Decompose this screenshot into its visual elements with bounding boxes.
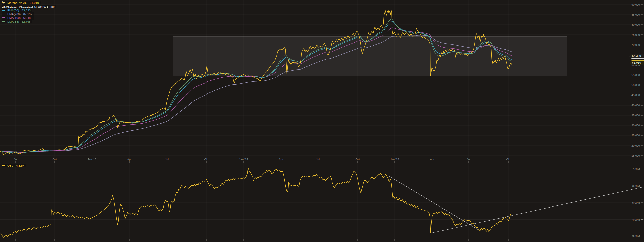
descending-trendline[interactable] xyxy=(389,176,479,230)
price-y-axis-label: 20,000 xyxy=(625,144,640,147)
chart-application: MorphoSys AG 61,010 25.05.2012 - 08.10.2… xyxy=(0,0,644,242)
last-price-tag-text: 61,010 xyxy=(632,61,641,64)
legend-row-date-range[interactable]: 25.05.2012 - 08.10.2015 (3 Jahre, 1 Tag) xyxy=(2,5,56,8)
last-price-tag: 61,010 xyxy=(629,60,644,65)
legend-row-obv[interactable]: OBV 4,32M xyxy=(2,164,26,167)
x-axis-label: Okt xyxy=(506,158,510,161)
price-y-axis-label: 15,000 xyxy=(625,154,640,157)
obv-panel-legend: OBV 4,32M xyxy=(2,164,26,167)
hline-price-tag-text: 64,339 xyxy=(632,54,641,57)
x-axis-label: Jul xyxy=(316,158,320,161)
price-y-axis-label: 25,000 xyxy=(625,134,640,137)
x-axis-label: Jul xyxy=(165,158,169,161)
ema200-series-marker-icon xyxy=(2,14,5,14)
x-axis-label: Jul xyxy=(14,158,17,161)
price-y-axis-label: 45,000 xyxy=(625,94,640,97)
obv-panel[interactable] xyxy=(0,168,644,238)
price-y-axis-label: 75,000 xyxy=(625,33,640,36)
hline-price-tag: 64,339 xyxy=(629,54,644,59)
obv-value: 4,32M xyxy=(16,164,24,167)
ema38-series-marker-icon xyxy=(2,21,5,22)
x-axis-label: Apr xyxy=(127,158,131,161)
gridlines xyxy=(0,0,644,239)
obv-series-marker-icon xyxy=(2,165,5,166)
legend-row-ema200[interactable]: EMA(200) 67,197 xyxy=(2,12,34,16)
ema50-series-marker-icon xyxy=(2,10,5,11)
price-y-axis-label: 80,000 xyxy=(625,23,640,26)
x-axis-label: Jan '13 xyxy=(87,158,96,161)
obv-y-axis-label: 4,00M xyxy=(625,218,640,221)
ema100-label: EMA(100) xyxy=(7,16,21,19)
x-axis-label: Jan '15 xyxy=(390,158,399,161)
x-axis-label: Apr xyxy=(430,158,434,161)
price-y-axis-label: 55,000 xyxy=(625,74,640,77)
x-axis-label: Okt xyxy=(355,158,360,161)
price-y-axis-label: 35,000 xyxy=(625,114,640,117)
legend-row-ema100[interactable]: EMA(100) 65,486 xyxy=(2,16,34,20)
chart-canvas[interactable] xyxy=(0,0,644,242)
x-axis-label: Okt xyxy=(52,158,57,161)
obv-label: OBV xyxy=(7,164,14,167)
instrument-name: MorphoSys AG xyxy=(7,1,27,4)
x-axis-label: Jul xyxy=(467,158,470,161)
obv-y-axis-label: 3,00M xyxy=(625,235,640,238)
ema100-value: 65,486 xyxy=(23,16,32,19)
ema38-label: EMA(38) xyxy=(7,20,19,23)
ema200-value: 67,197 xyxy=(23,13,32,16)
price-y-axis-label: 85,000 xyxy=(625,13,640,16)
instrument-last-price: 61,010 xyxy=(30,1,39,4)
legend-row-ema50[interactable]: EMA(50) 63,533 xyxy=(2,8,32,12)
price-line xyxy=(0,10,512,155)
legend-row-instrument[interactable]: MorphoSys AG 61,010 xyxy=(2,1,41,5)
obv-y-axis-label: 6,00M xyxy=(625,185,640,188)
obv-y-axis-label: 5,00M xyxy=(625,201,640,204)
ema50-label: EMA(50) xyxy=(7,9,19,12)
ema50-value: 63,533 xyxy=(22,9,31,12)
price-y-axis-label: 50,000 xyxy=(625,84,640,87)
ema38-value: 62,765 xyxy=(22,20,31,23)
ema100-series-marker-icon xyxy=(2,17,5,18)
date-range-label: 25.05.2012 - 08.10.2015 (3 Jahre, 1 Tag) xyxy=(2,5,55,8)
price-y-axis-label: 40,000 xyxy=(625,104,640,107)
legend-row-ema38[interactable]: EMA(38) 62,765 xyxy=(2,20,32,23)
x-axis-label: Apr xyxy=(279,158,283,161)
clock-icon xyxy=(2,1,5,4)
price-panel-legend: MorphoSys AG 61,010 25.05.2012 - 08.10.2… xyxy=(2,1,56,23)
obv-line xyxy=(0,168,512,238)
ema200-label: EMA(200) xyxy=(7,13,21,16)
price-panel[interactable] xyxy=(0,10,625,155)
obv-y-axis-label: 7,00M xyxy=(625,168,640,171)
price-y-axis-label: 90,000 xyxy=(625,3,640,6)
x-axis-label: Okt xyxy=(204,158,208,161)
ascending-trendline[interactable] xyxy=(431,187,644,233)
x-axis-label: Jan '14 xyxy=(239,158,248,161)
price-y-axis-label: 70,000 xyxy=(625,43,640,46)
price-y-axis-label: 30,000 xyxy=(625,124,640,127)
